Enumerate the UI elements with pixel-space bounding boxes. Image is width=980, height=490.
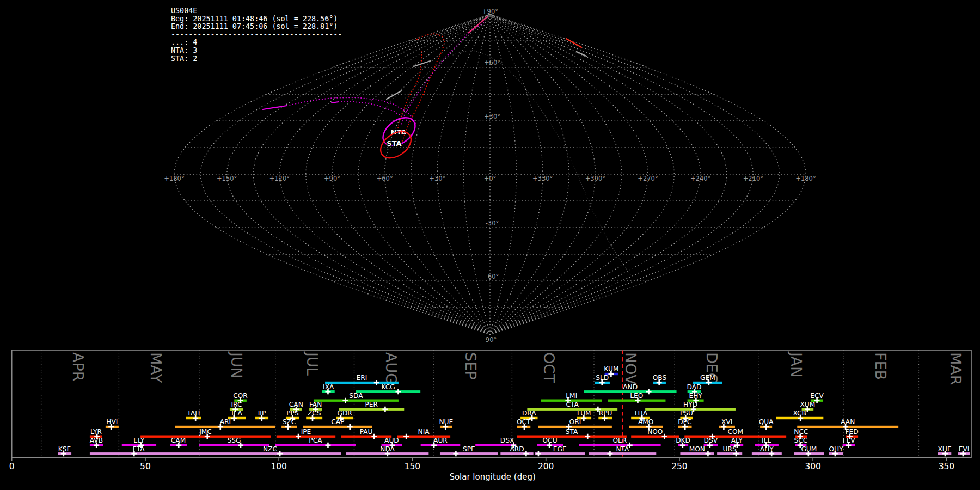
radiant-label-STA: STA	[387, 139, 401, 148]
map-latitude-label: -60°	[486, 273, 499, 280]
month-label: OCT	[541, 352, 558, 383]
month-label: MAR	[947, 352, 964, 385]
shower-bar-SDA	[314, 400, 399, 402]
shower-label-NZC: NZC	[263, 445, 277, 453]
shower-bar-NZC	[199, 452, 341, 455]
shower-bar-AUR	[421, 444, 461, 446]
shower-bar-AHY	[752, 452, 782, 455]
shower-peak-mark-KCG	[395, 389, 401, 394]
shower-peak-mark-STA	[585, 434, 590, 439]
shower-bar-STA	[517, 436, 627, 438]
shower-label-ARI: ARI	[220, 418, 231, 426]
shower-label-HYD: HYD	[683, 401, 697, 408]
shower-label-EVI: EVI	[959, 445, 970, 453]
shower-label-MON: MON	[689, 445, 705, 453]
x-tick-label: 350	[939, 462, 955, 471]
shower-peak-mark-ARD	[523, 451, 529, 456]
map-longitude-label: +30°	[429, 175, 445, 182]
shower-peak-mark-IPE	[296, 434, 301, 439]
map-longitude-label: +90°	[324, 175, 340, 182]
meteor-streak	[263, 106, 287, 109]
map-longitude-label: +210°	[743, 175, 763, 182]
shower-label-GDR: GDR	[337, 409, 352, 417]
map-latitude-label: -90°	[483, 336, 497, 344]
shower-label-TAH: TAH	[186, 409, 200, 417]
station-id: US004E	[171, 7, 342, 15]
shower-label-AAN: AAN	[841, 418, 855, 426]
shower-label-NCC: NCC	[794, 428, 808, 436]
shower-label-AUR: AUR	[433, 437, 448, 444]
shower-bar-FTA	[90, 452, 199, 455]
x-axis-title: Solar longitude (deg)	[449, 472, 535, 482]
shower-label-IRC: IRC	[231, 401, 242, 408]
count-nta: NTA: 3	[171, 47, 342, 55]
activity-chart: APRMAYJUNJULAUGSEPOCTNOVDECJANFEBMARKUME…	[9, 350, 971, 482]
shower-label-OHY: OHY	[829, 445, 844, 453]
shower-label-SPE: SPE	[463, 445, 475, 453]
begin-time: Beg: 20251111 01:48:46 (sol = 228.56°)	[171, 15, 342, 23]
month-label: SEP	[462, 352, 479, 379]
meteor-trail-NTA	[339, 102, 409, 124]
meteor-streak	[332, 102, 339, 103]
shower-label-DRA: DRA	[522, 409, 536, 417]
shower-label-SSG: SSG	[228, 437, 241, 444]
shower-label-HVI: HVI	[106, 418, 118, 426]
shower-label-ARD: ARD	[510, 445, 524, 453]
shower-label-LYR: LYR	[90, 428, 102, 436]
shower-label-LEO: LEO	[630, 392, 643, 400]
shower-label-AMO: AMO	[638, 418, 653, 426]
shower-label-SZC: SZC	[283, 418, 296, 426]
shower-label-OER: OER	[612, 437, 627, 444]
shower-label-JMC: JMC	[199, 428, 212, 436]
month-label: APR	[70, 352, 87, 382]
shower-peak-mark-CAP	[347, 424, 353, 430]
shower-label-PER: PER	[365, 401, 378, 408]
shower-label-GEM: GEM	[700, 374, 715, 382]
x-tick-label: 250	[671, 462, 688, 471]
map-longitude-label: +180°	[164, 175, 184, 182]
meteor-radiant-screen: +180°+150°+120°+90°+60°+30°+0°+330°+300°…	[0, 0, 980, 490]
shower-label-AND: AND	[623, 383, 638, 391]
shower-peak-mark-PCA	[325, 443, 330, 448]
month-label: NOV	[622, 352, 639, 385]
month-label: AUG	[383, 352, 400, 384]
map-longitude-label: +120°	[270, 175, 290, 182]
count-unclassified: ...: 4	[171, 39, 342, 47]
shower-label-ERI: ERI	[357, 374, 367, 382]
meteor-trail-STA	[402, 34, 445, 142]
shower-peak-mark-ERI	[374, 380, 379, 385]
shower-label-ORI: ORI	[569, 418, 581, 426]
shower-label-NIA: NIA	[418, 428, 430, 436]
shower-bar-EGE	[535, 452, 585, 455]
map-longitude-label: +300°	[585, 175, 605, 182]
x-tick-label: 100	[271, 462, 287, 471]
shower-label-PCA: PCA	[309, 437, 322, 444]
shower-bar-SSG	[199, 444, 270, 446]
shower-bar-NOO	[631, 436, 679, 438]
shower-label-URS: URS	[723, 445, 737, 453]
month-label: JAN	[788, 351, 805, 377]
shower-bar-IPE	[277, 436, 335, 438]
meteor-trail-NTA	[401, 23, 483, 124]
x-tick-label: 150	[405, 462, 421, 471]
galactic-plane-curve	[406, 50, 630, 275]
shower-label-NTA: NTA	[616, 445, 629, 453]
map-longitude-label: +330°	[532, 175, 553, 182]
shower-label-PAU: PAU	[360, 428, 373, 436]
shower-label-NOO: NOO	[647, 428, 663, 436]
count-sta: STA: 2	[171, 55, 342, 63]
observation-info: US004EBeg: 20251111 01:48:46 (sol = 228.…	[171, 7, 342, 63]
shower-label-PSU: PSU	[680, 409, 693, 417]
shower-peak-mark-NIA	[403, 434, 409, 439]
shower-label-THA: THA	[633, 409, 648, 417]
shower-label-IPE: IPE	[301, 428, 311, 436]
shower-bar-PCA	[275, 444, 356, 446]
shower-label-DSV: DSV	[704, 437, 718, 444]
shower-label-CTA: CTA	[566, 401, 579, 408]
shower-label-SDA: SDA	[349, 392, 363, 400]
shower-peak-mark-SDA	[342, 398, 348, 403]
shower-bar-SPE	[440, 452, 498, 455]
shower-label-FED: FED	[846, 428, 859, 436]
map-longitude-label: +150°	[217, 175, 237, 182]
map-longitude-label: +0°	[484, 175, 497, 182]
